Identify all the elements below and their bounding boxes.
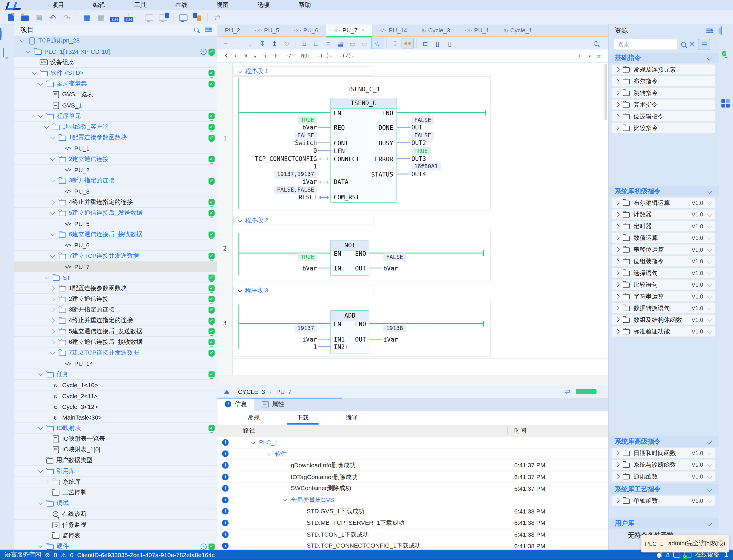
operand-value[interactable]: 0: [314, 147, 317, 154]
tree-search-icon[interactable]: [194, 28, 199, 32]
resource-item[interactable]: 数据转换语句V1.0: [611, 303, 715, 313]
resource-item[interactable]: 日期和时间函数V1.0: [611, 448, 715, 458]
tree-row[interactable]: 监控表: [14, 531, 218, 541]
close-tab-icon[interactable]: ×: [361, 27, 365, 34]
expander-icon[interactable]: [615, 451, 619, 455]
resource-item[interactable]: 定时器V1.0: [611, 221, 715, 231]
tab-info[interactable]: i 信息: [218, 398, 255, 411]
save-icon[interactable]: ▣: [33, 12, 45, 23]
comment-off-icon[interactable]: ▭: [359, 38, 370, 49]
tree-row[interactable]: 工艺控制: [14, 487, 218, 498]
favorites-icon[interactable]: ☆: [371, 38, 383, 49]
expander-icon[interactable]: [615, 306, 619, 310]
undo-icon[interactable]: ↶▾: [47, 12, 59, 23]
ld-nav-2-icon[interactable]: ⇄: [595, 51, 603, 60]
resource-section-3[interactable]: 系统库工艺指令: [609, 484, 719, 494]
ld-tool-4-icon[interactable]: ↰: [261, 52, 268, 60]
expander-icon[interactable]: [615, 270, 619, 275]
tree-row[interactable]: </>PU_5: [14, 218, 218, 229]
horizontal-scrollbar-track[interactable]: [218, 375, 608, 385]
ladder-canvas[interactable]: 1 2 3 程序段 1 TSEND_C_1 TSEND_C EN ENO REQ…: [218, 63, 608, 375]
expander-icon[interactable]: [615, 201, 619, 205]
move-up-icon[interactable]: ↑: [232, 38, 244, 49]
tree-row[interactable]: </>PU_7: [14, 262, 218, 272]
add-element-icon[interactable]: ＋: [220, 38, 231, 49]
expander-icon[interactable]: [615, 259, 619, 264]
resource-item[interactable]: 单轴函数V1.0: [611, 495, 715, 506]
panel-layout-icon[interactable]: [721, 26, 722, 35]
operand-value[interactable]: OUT3: [411, 155, 426, 162]
resource-item[interactable]: 布尔指令: [611, 76, 715, 86]
tree-row[interactable]: 用户数据类型: [14, 455, 218, 466]
tree-row[interactable]: </>PU_3: [14, 186, 218, 197]
editor-tab-PU_2[interactable]: PU_2: [218, 24, 248, 36]
chevron-down-icon[interactable]: [706, 439, 712, 444]
tree-row[interactable]: 7建立TCP连接并发送数据✓: [14, 348, 218, 358]
editor-search-icon[interactable]: [594, 41, 598, 46]
ld-nav-0-icon[interactable]: ›: [575, 52, 583, 60]
tree-row[interactable]: 1100设备组态: [14, 57, 218, 68]
editor-tab-PU_7[interactable]: </>PU_7×: [326, 24, 372, 36]
log-row[interactable]: iSTD.GVS_1下载成功6:41:38 PM: [218, 506, 608, 518]
tree-row[interactable]: 4终止并重连指定的连接✓: [14, 315, 218, 326]
chevron-down-icon[interactable]: [707, 474, 712, 479]
expander-icon[interactable]: [267, 451, 272, 456]
block-instance-name[interactable]: TSEND_C_1: [347, 86, 380, 93]
operand-value[interactable]: TCP_CONNECTCONFIG: [255, 155, 317, 162]
tree-row[interactable]: 5建立通信连接后_发送数据✓: [14, 208, 218, 218]
editor-tab-PU_6[interactable]: </>PU_6: [287, 24, 326, 36]
expander-icon[interactable]: [615, 67, 619, 72]
add-block[interactable]: ADD EN ENO IN1 IN2 OUT +: [331, 310, 369, 354]
resource-section-2[interactable]: 系统库高级指令: [609, 436, 719, 447]
resource-item[interactable]: 系统与诊断函数V1.0: [611, 459, 715, 470]
ld-tool-9-icon[interactable]: -(/)-: [337, 52, 357, 60]
tree-row[interactable]: GVS_1: [14, 100, 218, 111]
log-row[interactable]: iSTD.TCON_1下载成功6:41:38 PM: [218, 529, 608, 540]
message-monitor-icon[interactable]: [3, 48, 4, 57]
chevron-down-icon[interactable]: [707, 259, 712, 264]
breadcrumb-unit[interactable]: PU_7: [276, 388, 292, 395]
insert-pin-icon[interactable]: +: [345, 344, 348, 351]
menu-item-工具[interactable]: 工具: [120, 0, 161, 10]
go-online-icon[interactable]: [143, 12, 155, 23]
expander-icon[interactable]: [44, 124, 49, 128]
operand-value[interactable]: bVar: [303, 265, 317, 272]
log-row[interactable]: igDownloadInfo删除成功6:41:37 PM: [218, 460, 608, 471]
expander-icon[interactable]: [615, 79, 619, 84]
operand-value[interactable]: RESET: [299, 194, 317, 201]
editor-tab-PU_14[interactable]: </>PU_14: [372, 24, 414, 36]
ld-tool-2-icon[interactable]: ⊞: [242, 52, 249, 60]
chevron-down-icon[interactable]: [707, 282, 712, 287]
tree-row[interactable]: 系统库: [14, 476, 218, 487]
menu-item-在线[interactable]: 在线: [161, 0, 202, 10]
collapse-network-icon[interactable]: [238, 68, 242, 73]
chevron-down-icon[interactable]: [707, 462, 712, 467]
editor-tab-PU_1[interactable]: </>PU_1: [457, 24, 497, 36]
move-down-icon[interactable]: ↓: [245, 38, 256, 49]
network-list-icon[interactable]: ≡: [323, 38, 334, 49]
chevron-down-icon[interactable]: [707, 247, 712, 252]
log-row[interactable]: i全局变量集GVS: [218, 494, 608, 506]
tree-row[interactable]: 调试: [14, 498, 218, 509]
editor-tab-Cycle_3[interactable]: ↻Cycle_3: [415, 24, 458, 36]
chevron-down-icon[interactable]: [707, 224, 712, 229]
compile-icon[interactable]: ▦: [81, 12, 93, 23]
ld-tool-0-icon[interactable]: K: [222, 52, 230, 60]
resource-search-icon[interactable]: [681, 42, 686, 47]
resource-item[interactable]: 位组装指令V1.0: [611, 256, 715, 266]
collapse-network-icon[interactable]: [238, 288, 242, 292]
expander-icon[interactable]: [615, 126, 619, 130]
expander-icon[interactable]: [615, 498, 619, 503]
ld-tool-6-icon[interactable]: ⊣/⊢: [283, 52, 297, 60]
breadcrumb-task[interactable]: CYCLE_3: [238, 388, 265, 395]
open-project-icon[interactable]: [19, 12, 31, 23]
expander-icon[interactable]: [50, 340, 55, 344]
expander-icon[interactable]: [38, 81, 43, 85]
chevron-down-icon[interactable]: [706, 521, 712, 526]
resource-section-1[interactable]: 系统库初级指令: [609, 186, 719, 196]
tree-row[interactable]: </>PU_1: [14, 143, 218, 154]
tree-row[interactable]: 2建立通信连接✓: [14, 294, 218, 305]
import-icon[interactable]: ↧: [257, 38, 268, 49]
tab-properties[interactable]: 属性: [255, 398, 292, 411]
menu-item-帮助[interactable]: 帮助: [284, 0, 325, 10]
